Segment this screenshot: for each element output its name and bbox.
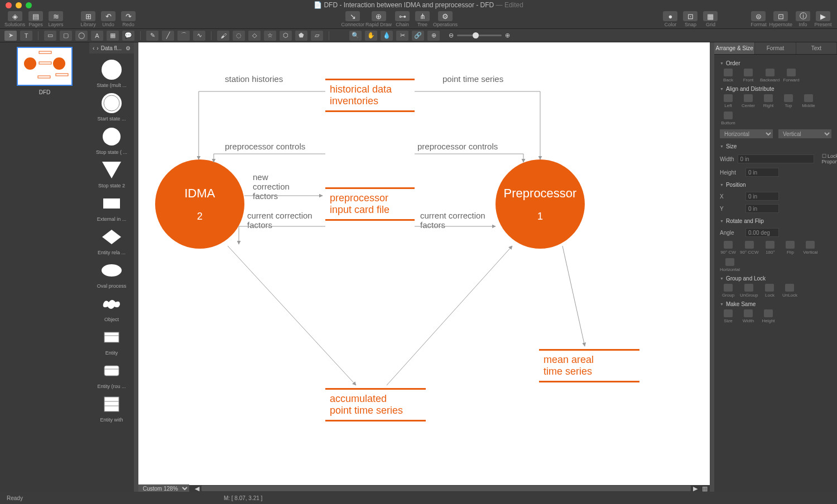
toolbar-format[interactable]: ⊜Format (749, 11, 768, 27)
toolbar-color[interactable]: ●Color (661, 11, 680, 27)
shape6-icon[interactable]: ▱ (311, 31, 323, 41)
shape2-icon[interactable]: ◇ (248, 31, 261, 41)
angle-input[interactable] (745, 228, 779, 237)
rp-[interactable]: 180° (762, 241, 778, 255)
toolbar-grid[interactable]: ▦Grid (701, 11, 720, 27)
callout-icon[interactable]: 💬 (122, 31, 134, 41)
tab-format[interactable]: Format (755, 42, 796, 54)
rp-width[interactable]: Width (740, 309, 757, 323)
rp-forward[interactable]: Forward (783, 69, 800, 83)
distribute-horizontal[interactable]: Horizontal (720, 129, 773, 138)
shape-0[interactable]: State (mult ... (89, 58, 134, 88)
shape-10[interactable]: Entity with (89, 392, 134, 423)
zoom-out-icon[interactable]: ⊖ (449, 32, 454, 39)
erase-icon[interactable]: ◌ (233, 31, 245, 41)
height-input[interactable] (745, 168, 779, 177)
rp-center[interactable]: Center (740, 94, 757, 108)
shape-9[interactable]: Entity (rou ... (89, 359, 134, 389)
width-input[interactable] (738, 154, 814, 163)
layout-icon[interactable]: ▥ (700, 485, 710, 492)
section-order[interactable]: Order (720, 57, 831, 69)
line-icon[interactable]: ╱ (162, 31, 174, 41)
rp-cw[interactable]: 90° CW (720, 241, 737, 255)
rp-flip[interactable]: Flip (782, 241, 798, 255)
datastore-accumulated[interactable]: accumulated point time series (325, 388, 426, 421)
toolbar-pages[interactable]: ▤Pages (26, 11, 45, 27)
datastore-mean-areal[interactable]: mean areal time series (539, 349, 639, 382)
toolbar-info[interactable]: ⓘInfo (793, 11, 812, 27)
section-position[interactable]: Position (720, 178, 831, 190)
rp-size[interactable]: Size (720, 309, 737, 323)
shapes-library-header[interactable]: ‹ › Data fl... ⚙ (89, 42, 134, 54)
shape-5[interactable]: Entity rela ... (89, 225, 134, 255)
zoom-slider[interactable]: ⊖ ⊕ (449, 32, 510, 39)
rp-backward[interactable]: Backward (760, 69, 780, 83)
rp-unlock[interactable]: UnLock (781, 284, 798, 298)
arc-icon[interactable]: ⌒ (177, 31, 190, 41)
shape-1[interactable]: Start state ... (89, 91, 134, 122)
tab-text[interactable]: Text (796, 42, 837, 54)
section-rotate[interactable]: Rotate and Flip (720, 215, 831, 226)
crop-icon[interactable]: ✂ (396, 31, 408, 41)
shape-4[interactable]: External in ... (89, 192, 134, 222)
pen-icon[interactable]: ✎ (146, 31, 158, 41)
gear-icon[interactable]: ⚙ (126, 45, 131, 51)
section-size[interactable]: Size (720, 140, 831, 152)
rp-back[interactable]: Back (720, 69, 737, 83)
rp-right[interactable]: Right (760, 94, 777, 108)
toolbar-library[interactable]: ⊞Library (79, 11, 98, 27)
rp-vertical[interactable]: Vertical (802, 241, 819, 255)
rp-lock[interactable]: Lock (761, 284, 778, 298)
toolbar-hypernote[interactable]: ⊡Hypernote (769, 11, 792, 27)
zoom-icon[interactable]: 🔍 (349, 31, 362, 41)
chevron-left-icon[interactable]: ◀ (193, 485, 201, 492)
shape-7[interactable]: Object (89, 292, 134, 322)
shape3-icon[interactable]: ☆ (264, 31, 276, 41)
rp-left[interactable]: Left (720, 94, 737, 108)
distribute-vertical[interactable]: Vertical (778, 129, 831, 138)
y-input[interactable] (745, 204, 779, 213)
shape4-icon[interactable]: ⬡ (280, 31, 292, 41)
toolbar-operations[interactable]: ⚙Operations (433, 11, 458, 27)
shape-2[interactable]: Stop state ( ... (89, 125, 134, 155)
hand-icon[interactable]: ✋ (365, 31, 377, 41)
section-same[interactable]: Make Same (720, 298, 831, 309)
section-align[interactable]: Align and Distribute (720, 83, 831, 94)
toolbar-solutions[interactable]: ◈Solutions (4, 11, 25, 27)
zoom-select[interactable]: Custom 128% (138, 484, 189, 492)
section-group[interactable]: Group and Lock (720, 272, 831, 284)
toolbar-snap[interactable]: ⊡Snap (681, 11, 700, 27)
eyedrop-icon[interactable]: 💧 (381, 31, 393, 41)
text-tool-icon[interactable]: T (20, 31, 32, 41)
rp-front[interactable]: Front (740, 69, 757, 83)
rp-top[interactable]: Top (780, 94, 797, 108)
toolbar-layers[interactable]: ≋Layers (46, 11, 65, 27)
datastore-historical[interactable]: historical data inventories (325, 79, 415, 112)
toolbar-tree[interactable]: ⋔Tree (413, 11, 432, 27)
rp-ungroup[interactable]: UnGroup (740, 284, 758, 298)
pointer-tool-icon[interactable]: ➤ (4, 31, 17, 41)
lock-proportions[interactable]: ☐ Lock Proportions (822, 153, 837, 164)
target-icon[interactable]: ⊕ (427, 31, 440, 41)
text-block-icon[interactable]: A (91, 31, 103, 41)
process-idma[interactable]: IDMA 2 (155, 159, 244, 249)
tab-arrange[interactable]: Arrange & Size (714, 42, 755, 54)
brush-icon[interactable]: 🖌 (217, 31, 229, 41)
datastore-input-card[interactable]: preprocessor input card file (325, 187, 415, 221)
canvas-scrollbar[interactable]: Custom 128% ◀ ▶ ▥ (138, 485, 710, 492)
fwd-icon[interactable]: › (97, 45, 98, 51)
rp-group[interactable]: Group (720, 284, 737, 298)
toolbar-undo[interactable]: ↶Undo (99, 11, 118, 27)
table-icon[interactable]: ▦ (107, 31, 119, 41)
chevron-right-icon[interactable]: ▶ (691, 485, 700, 492)
shape-8[interactable]: Entity (89, 326, 134, 356)
toolbar-rapid draw[interactable]: ⊕Rapid Draw (365, 11, 392, 27)
rp-horizontal[interactable]: Horizontal (720, 258, 740, 272)
toolbar-present[interactable]: ▶Present (814, 11, 833, 27)
shape-3[interactable]: Stop state 2 (89, 158, 134, 188)
spline-icon[interactable]: ∿ (193, 31, 205, 41)
toolbar-redo[interactable]: ↷Redo (119, 11, 138, 27)
rp-bottom[interactable]: Bottom (720, 112, 737, 125)
toolbar-connector[interactable]: ↘Connector (341, 11, 364, 27)
link-icon[interactable]: 🔗 (412, 31, 424, 41)
